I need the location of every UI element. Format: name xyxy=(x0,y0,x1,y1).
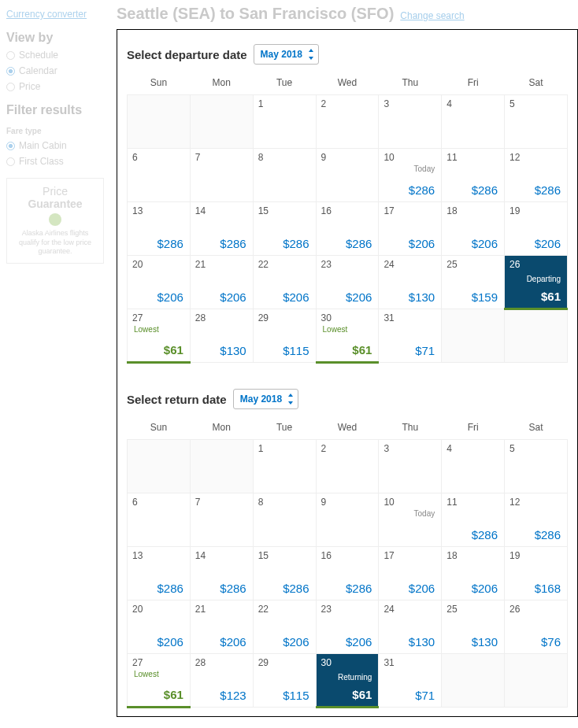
calendar-cell[interactable]: 23$206 xyxy=(316,601,379,654)
calendar-cell[interactable]: 19$168 xyxy=(505,547,568,601)
calendar-cell[interactable]: 20$206 xyxy=(128,256,191,309)
dow-header: Thu xyxy=(379,416,442,440)
calendar-cell[interactable]: 22$206 xyxy=(253,601,316,654)
view-calendar[interactable]: Calendar xyxy=(6,65,104,76)
dow-header: Sun xyxy=(128,71,191,95)
calendar-cell[interactable]: 30Lowest$61 xyxy=(316,309,379,363)
calendar-cell: 5 xyxy=(505,95,568,149)
calendar-cell[interactable]: 13$286 xyxy=(128,547,191,601)
calendar-cell xyxy=(442,309,505,363)
calendar-cell[interactable]: 23$206 xyxy=(316,256,379,309)
calendar-cell[interactable]: 21$206 xyxy=(190,601,253,654)
calendar-cell[interactable]: 29$115 xyxy=(253,309,316,363)
calendar-cell[interactable]: 25$130 xyxy=(442,601,505,654)
radio-icon xyxy=(6,83,15,91)
dow-header: Tue xyxy=(253,71,316,95)
dow-header: Sat xyxy=(505,416,568,440)
return-label: Select return date xyxy=(127,393,227,406)
fare-main-cabin[interactable]: Main Cabin xyxy=(6,140,104,151)
dow-header: Sun xyxy=(128,416,191,440)
calendar-cell[interactable]: 15$286 xyxy=(253,202,316,256)
calendar-cell[interactable]: 25$159 xyxy=(442,256,505,309)
calendar-cell[interactable]: 29$115 xyxy=(253,654,316,708)
radio-icon xyxy=(6,67,15,76)
calendar-cell[interactable]: 18$206 xyxy=(442,202,505,256)
calendar-cell[interactable]: 14$286 xyxy=(190,202,253,256)
departure-label: Select departure date xyxy=(127,48,247,61)
calendar-cell[interactable]: 12$286 xyxy=(505,493,568,547)
currency-converter-link[interactable]: Currency converter xyxy=(6,9,87,20)
calendar-cell[interactable]: 31$71 xyxy=(379,309,442,363)
dow-header: Wed xyxy=(316,416,379,440)
calendar-cell xyxy=(505,654,568,708)
view-by-heading: View by xyxy=(6,31,104,45)
calendar-cell: 8 xyxy=(253,493,316,547)
calendar-cell[interactable]: 12$286 xyxy=(505,149,568,202)
calendar-cell[interactable]: 17$206 xyxy=(379,202,442,256)
calendar-cell[interactable]: 14$286 xyxy=(190,547,253,601)
calendar-cell[interactable]: 10Today$286 xyxy=(379,149,442,202)
dow-header: Mon xyxy=(190,416,253,440)
calendar-cell[interactable]: 11$286 xyxy=(442,149,505,202)
calendar-cell[interactable]: 11$286 xyxy=(442,493,505,547)
dow-header: Wed xyxy=(316,71,379,95)
check-icon xyxy=(49,213,61,226)
radio-icon xyxy=(6,51,15,60)
calendar-cell[interactable]: 22$206 xyxy=(253,256,316,309)
calendar-cell: 3 xyxy=(379,95,442,149)
calendar-cell[interactable]: 24$130 xyxy=(379,601,442,654)
calendar-cell: 4 xyxy=(442,95,505,149)
calendar-cell[interactable]: 27Lowest$61 xyxy=(128,654,191,708)
filter-heading: Filter results xyxy=(6,103,104,117)
calendar-cell: 2 xyxy=(316,95,379,149)
calendar-cell: 9 xyxy=(316,493,379,547)
calendar-cell[interactable]: 13$286 xyxy=(128,202,191,256)
route-title: Seattle (SEA) to San Francisco (SFO) xyxy=(117,5,394,23)
sidebar: Currency converter View by Schedule Cale… xyxy=(0,0,110,726)
change-search-link[interactable]: Change search xyxy=(400,10,464,21)
view-schedule[interactable]: Schedule xyxy=(6,50,104,61)
calendar-cell: 2 xyxy=(316,440,379,493)
departure-month-select[interactable]: May 2018 xyxy=(254,44,319,65)
calendar-cell: 10Today xyxy=(379,493,442,547)
calendar-cell xyxy=(190,440,253,493)
calendar-cell[interactable]: 31$71 xyxy=(379,654,442,708)
calendar-cell: 6 xyxy=(128,149,191,202)
fare-type-label: Fare type xyxy=(6,127,104,135)
radio-icon xyxy=(6,157,15,166)
departure-calendar: SunMonTueWedThuFriSat12345678910Today$28… xyxy=(127,71,568,364)
calendar-cell[interactable]: 19$206 xyxy=(505,202,568,256)
calendar-cell: 9 xyxy=(316,149,379,202)
return-calendar: SunMonTueWedThuFriSat12345678910Today11$… xyxy=(127,416,568,708)
calendar-cell[interactable]: 28$123 xyxy=(190,654,253,708)
dow-header: Fri xyxy=(442,416,505,440)
calendar-cell[interactable]: 15$286 xyxy=(253,547,316,601)
calendar-cell xyxy=(128,440,191,493)
calendar-cell xyxy=(128,95,191,149)
return-month-select[interactable]: May 2018 xyxy=(233,389,298,409)
view-price[interactable]: Price xyxy=(6,81,104,92)
calendar-cell[interactable]: 28$130 xyxy=(190,309,253,363)
calendar-cell: 3 xyxy=(379,440,442,493)
calendar-cell[interactable]: 26$76 xyxy=(505,601,568,654)
calendar-cell[interactable]: 21$206 xyxy=(190,256,253,309)
calendar-cell[interactable]: 20$206 xyxy=(128,601,191,654)
calendar-cell: 1 xyxy=(253,440,316,493)
calendar-cell[interactable]: 18$206 xyxy=(442,547,505,601)
calendar-cell[interactable]: 24$130 xyxy=(379,256,442,309)
calendars-container: Select departure date May 2018 SunMonTue… xyxy=(117,29,578,717)
fare-first-class[interactable]: First Class xyxy=(6,156,104,167)
calendar-cell[interactable]: 27Lowest$61 xyxy=(128,309,191,363)
calendar-cell[interactable]: 16$286 xyxy=(316,547,379,601)
calendar-cell xyxy=(442,654,505,708)
calendar-cell xyxy=(505,309,568,363)
dow-header: Mon xyxy=(190,71,253,95)
calendar-cell[interactable]: 26Departing$61 xyxy=(505,256,568,309)
calendar-cell: 7 xyxy=(190,493,253,547)
calendar-cell[interactable]: 30Returning$61 xyxy=(316,654,379,708)
calendar-cell[interactable]: 16$286 xyxy=(316,202,379,256)
calendar-cell: 6 xyxy=(128,493,191,547)
calendar-cell[interactable]: 17$206 xyxy=(379,547,442,601)
calendar-cell: 8 xyxy=(253,149,316,202)
calendar-cell xyxy=(190,95,253,149)
